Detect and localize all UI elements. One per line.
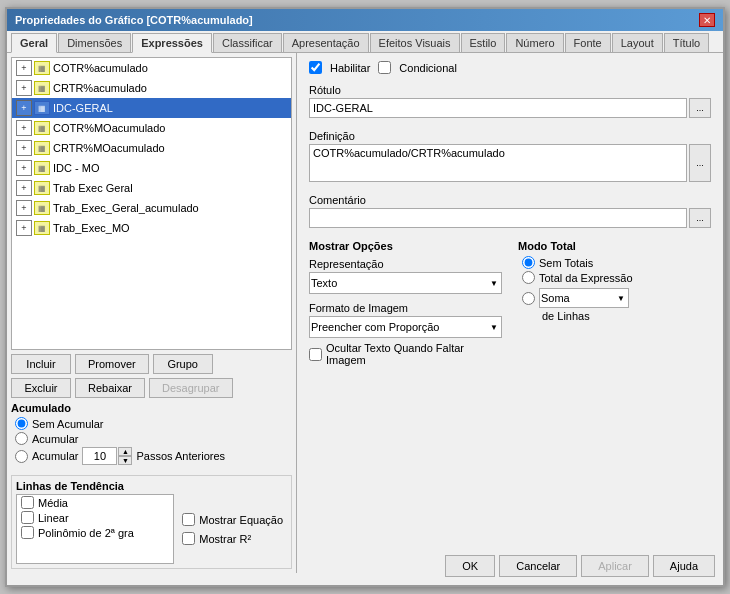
tab-geral[interactable]: Geral <box>11 33 57 53</box>
tree-expander[interactable]: + <box>16 180 32 196</box>
definicao-group: Definição COTR%acumulado/CRTR%acumulado … <box>309 130 711 182</box>
excluir-button[interactable]: Excluir <box>11 378 71 398</box>
tab-layout[interactable]: Layout <box>612 33 663 52</box>
soma-wrapper: Soma Média Máximo Mínimo ▼ <box>539 288 629 308</box>
desagrupar-button[interactable]: Desagrupar <box>149 378 232 398</box>
tree-expander[interactable]: + <box>16 120 32 136</box>
tab-apresentacao[interactable]: Apresentação <box>283 33 369 52</box>
tree-item-selected[interactable]: + ▦ IDC-GERAL <box>12 98 291 118</box>
rebaixar-button[interactable]: Rebaixar <box>75 378 145 398</box>
tree-item[interactable]: + ▦ Trab Exec Geral <box>12 178 291 198</box>
tree-label: IDC-GERAL <box>53 102 113 114</box>
tree-expander[interactable]: + <box>16 140 32 156</box>
tree-label: Trab_Exec_Geral_acumulado <box>53 202 199 214</box>
radio-sem-acumular-input[interactable] <box>15 417 28 430</box>
tree-item[interactable]: + ▦ COTR%MOacumulado <box>12 118 291 138</box>
definicao-dots-button[interactable]: ... <box>689 144 711 182</box>
comentario-dots-button[interactable]: ... <box>689 208 711 228</box>
rotulo-dots-button[interactable]: ... <box>689 98 711 118</box>
linhas-item-polinomio: Polinômio de 2ª gra <box>17 525 173 540</box>
comentario-group: Comentário ... <box>309 194 711 228</box>
radio-acumular: Acumular <box>15 432 292 445</box>
tree-item[interactable]: + ▦ Trab_Exec_Geral_acumulado <box>12 198 291 218</box>
spinbox-down[interactable]: ▼ <box>118 456 132 465</box>
tree-icon: ▦ <box>34 141 50 155</box>
promover-button[interactable]: Promover <box>75 354 149 374</box>
tree-item[interactable]: + ▦ Trab_Exec_MO <box>12 218 291 238</box>
ocultar-check-row: Ocultar Texto Quando Faltar Imagem <box>309 342 502 366</box>
radio-acumular-passos: Acumular ▲ ▼ Passos Anteriores <box>15 447 292 465</box>
ajuda-button[interactable]: Ajuda <box>653 555 715 577</box>
rotulo-input[interactable] <box>309 98 687 118</box>
comentario-label: Comentário <box>309 194 711 206</box>
tree-label: Trab_Exec_MO <box>53 222 130 234</box>
sem-totais-radio[interactable] <box>522 256 535 269</box>
linhas-linear-checkbox[interactable] <box>21 511 34 524</box>
condicional-checkbox[interactable] <box>378 61 391 74</box>
sem-totais-row: Sem Totais <box>522 256 711 269</box>
ok-button[interactable]: OK <box>445 555 495 577</box>
grupo-button[interactable]: Grupo <box>153 354 213 374</box>
aplicar-button[interactable]: Aplicar <box>581 555 649 577</box>
tree-label: COTR%acumulado <box>53 62 148 74</box>
tab-classificar[interactable]: Classificar <box>213 33 282 52</box>
tree-expander[interactable]: + <box>16 60 32 76</box>
spinbox-up[interactable]: ▲ <box>118 447 132 456</box>
tab-fonte[interactable]: Fonte <box>565 33 611 52</box>
incluir-button[interactable]: Incluir <box>11 354 71 374</box>
linhas-polinomio-checkbox[interactable] <box>21 526 34 539</box>
tree-item[interactable]: + ▦ CRTR%acumulado <box>12 78 291 98</box>
passos-spinbox: ▲ ▼ <box>82 447 132 465</box>
mostrar-equacao-checkbox[interactable] <box>182 513 195 526</box>
spinbox-arrows: ▲ ▼ <box>118 447 132 465</box>
representacao-wrapper: Texto Imagem Indicador de Progresso ▼ <box>309 272 502 294</box>
mostrar-r2-label: Mostrar R² <box>199 533 251 545</box>
mostrar-opcoes-section: Mostrar Opções Representação Texto Image… <box>309 240 502 366</box>
formato-section: Formato de Imagem Preencher com Proporçã… <box>309 302 502 366</box>
tab-estilo[interactable]: Estilo <box>461 33 506 52</box>
formato-select[interactable]: Preencher com Proporção Ajustar Esticar <box>309 316 502 338</box>
tree-item[interactable]: + ▦ CRTR%MOacumulado <box>12 138 291 158</box>
tab-numero[interactable]: Número <box>506 33 563 52</box>
radio-sem-acumular-label: Sem Acumular <box>32 418 104 430</box>
ocultar-texto-checkbox[interactable] <box>309 348 322 361</box>
formato-label: Formato de Imagem <box>309 302 502 314</box>
radio-acumular-passos-input[interactable] <box>15 450 28 463</box>
title-bar: Propriedades do Gráfico [COTR%acumulado]… <box>7 9 723 31</box>
tab-efeitos[interactable]: Efeitos Visuais <box>370 33 460 52</box>
options-total-row: Mostrar Opções Representação Texto Image… <box>309 240 711 366</box>
tab-expressoes[interactable]: Expressões <box>132 33 212 53</box>
radio-acumular-input[interactable] <box>15 432 28 445</box>
right-panel: Habilitar Condicional Rótulo ... Definiç… <box>297 53 723 573</box>
tree-expander[interactable]: + <box>16 160 32 176</box>
mostrar-r2-checkbox[interactable] <box>182 532 195 545</box>
soma-radio[interactable] <box>522 292 535 305</box>
soma-select[interactable]: Soma Média Máximo Mínimo <box>539 288 629 308</box>
tree-expander[interactable]: + <box>16 100 32 116</box>
tree-item[interactable]: + ▦ COTR%acumulado <box>12 58 291 78</box>
tab-dimensoes[interactable]: Dimensões <box>58 33 131 52</box>
habilitar-checkbox[interactable] <box>309 61 322 74</box>
tree-expander[interactable]: + <box>16 200 32 216</box>
modo-total-section: Modo Total Sem Totais Total da Expressão <box>518 240 711 366</box>
condicional-label: Condicional <box>399 62 456 74</box>
total-expressao-radio[interactable] <box>522 271 535 284</box>
tree-expander[interactable]: + <box>16 220 32 236</box>
passos-input[interactable] <box>82 447 117 465</box>
tree-item[interactable]: + ▦ IDC - MO <box>12 158 291 178</box>
close-button[interactable]: ✕ <box>699 13 715 27</box>
cancelar-button[interactable]: Cancelar <box>499 555 577 577</box>
representacao-select[interactable]: Texto Imagem Indicador de Progresso <box>309 272 502 294</box>
expression-tree[interactable]: + ▦ COTR%acumulado + ▦ CRTR%acumulado + … <box>11 57 292 350</box>
acumulado-section: Acumulado Sem Acumular Acumular Acumular <box>11 402 292 465</box>
radio-acumular-label: Acumular <box>32 433 78 445</box>
definicao-input[interactable]: COTR%acumulado/CRTR%acumulado <box>309 144 687 182</box>
linhas-list[interactable]: Média Linear Polinômio de 2ª gra <box>16 494 174 564</box>
linhas-checkboxes: Mostrar Equação Mostrar R² <box>178 494 287 564</box>
tab-titulo[interactable]: Título <box>664 33 710 52</box>
tree-expander[interactable]: + <box>16 80 32 96</box>
button-row-2: Excluir Rebaixar Desagrupar <box>11 378 292 398</box>
comentario-input[interactable] <box>309 208 687 228</box>
linhas-media-checkbox[interactable] <box>21 496 34 509</box>
dialog-title: Propriedades do Gráfico [COTR%acumulado] <box>15 14 253 26</box>
